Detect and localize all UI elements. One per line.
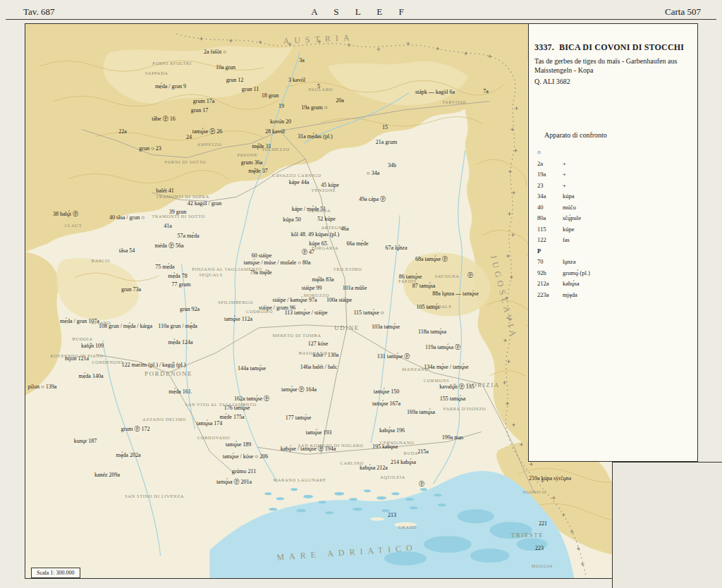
apparato-dialect-form: + bbox=[563, 183, 566, 190]
legend-panel: 3337.BICA DI COVONI DI STOCCHI Tas de ge… bbox=[528, 24, 697, 462]
apparato-dialect-form: sčǫ́pule bbox=[563, 215, 581, 222]
apparato-row: 34akúpa bbox=[537, 193, 590, 200]
atlas-title: A S L E F bbox=[311, 6, 411, 18]
apparato-point-number: 223a bbox=[537, 292, 563, 299]
apparato-row: 19a+ bbox=[537, 171, 590, 178]
apparato-row: 23+ bbox=[537, 183, 590, 190]
lagoon-bank bbox=[370, 517, 384, 521]
carta-title: 3337.BICA DI COVONI DI STOCCHI bbox=[534, 42, 684, 53]
apparato-row: P bbox=[537, 248, 590, 255]
carta-number: Carta 507 bbox=[665, 6, 701, 18]
header-rule bbox=[6, 19, 716, 20]
apparato-dialect-form: mjęda bbox=[563, 292, 577, 299]
sheet-notch bbox=[612, 462, 722, 588]
apparato-dialect-form: fas bbox=[563, 237, 570, 244]
apparato-title: Apparato di confronto bbox=[544, 131, 607, 139]
apparato-point-number: 40 bbox=[537, 204, 563, 212]
apparato-row: 122fas bbox=[537, 237, 590, 244]
apparato-dialect-form: grumǫ́ (pl.) bbox=[563, 270, 590, 277]
apparato-point-number: 2a bbox=[537, 161, 563, 168]
apparato-point-number: 70 bbox=[537, 259, 563, 266]
apparato-row: 80asčǫ́pule bbox=[537, 215, 590, 222]
scale-label: Scala 1: 300.000 bbox=[37, 570, 75, 576]
apparato-point-number: 80a bbox=[537, 215, 563, 222]
apparato-row: 92bgrumǫ́ (pl.) bbox=[537, 270, 590, 277]
apparato-row: 2a+ bbox=[537, 161, 590, 168]
apparato-row: 223amjęda bbox=[537, 292, 590, 299]
apparato-row: ○ bbox=[537, 149, 590, 157]
apparato-point-number: 115 bbox=[537, 226, 563, 233]
scale-box: Scala 1: 300.000 bbox=[31, 568, 80, 578]
apparato-row: 212akabǫ́sa bbox=[537, 281, 590, 288]
apparato-dialect-form: kúpe bbox=[563, 226, 575, 233]
apparato-row: 115kúpe bbox=[537, 226, 590, 233]
apparato-dialect-form: + bbox=[563, 171, 566, 178]
apparato-list: ○2a+19a+23+34akúpa40múčo80asčǫ́pule115kú… bbox=[537, 149, 590, 298]
apparato-dialect-form: lǫnza bbox=[563, 259, 575, 266]
apparato-row: 70lǫnza bbox=[537, 259, 590, 266]
carta-title-number: 3337. bbox=[534, 42, 554, 52]
apparato-row: 40múčo bbox=[537, 204, 590, 212]
apparato-point-number: 23 bbox=[537, 183, 563, 190]
apparato-point-number: 212a bbox=[537, 281, 563, 288]
grado-bank bbox=[394, 522, 417, 527]
apparato-point-number: 34a bbox=[537, 193, 563, 200]
apparato-dialect-form: kúpa bbox=[563, 193, 575, 200]
apparato-dialect-form: múčo bbox=[563, 204, 576, 212]
apparato-point-number: 122 bbox=[537, 237, 563, 244]
carta-subtitle: Tas de gerbes de tiges du maïs - Garbenh… bbox=[534, 56, 691, 75]
apparato-dialect-form: + bbox=[563, 161, 566, 168]
questionnaire-ref: Q. ALI 3682 bbox=[534, 78, 570, 85]
apparato-point-number: 92b bbox=[537, 270, 563, 277]
sheet-number: Tav. 687 bbox=[23, 6, 54, 18]
apparato-point-number: 19a bbox=[537, 171, 563, 178]
apparato-point-number: P bbox=[537, 248, 563, 255]
apparato-point-number: ○ bbox=[537, 149, 563, 157]
apparato-dialect-form: kabǫ́sa bbox=[563, 281, 580, 288]
carta-title-text: BICA DI COVONI DI STOCCHI bbox=[559, 42, 684, 52]
